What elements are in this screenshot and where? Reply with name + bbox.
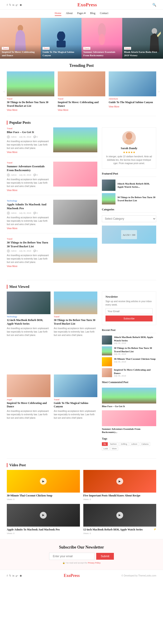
recent-item-1[interactable]: 16inch MacBook Refurb $830, Apple Watch …	[102, 336, 156, 344]
recent-item-title-1: 16inch MacBook Refurb $830, Apple Watch …	[114, 336, 156, 342]
mv-title-3[interactable]: Inspired To Move Celebrating and Dance	[7, 402, 50, 408]
mv-title-4[interactable]: Guide To The Magical Sabino Canyon	[54, 402, 98, 408]
hero-slide-1[interactable]: Travel Inspired To Move: Celebrating and…	[0, 18, 41, 59]
footer-google-icon[interactable]: g+	[16, 574, 18, 577]
recent-thumb-4	[102, 368, 112, 377]
google-icon[interactable]: g+	[16, 4, 18, 6]
video-thumb-4: ▶	[83, 504, 157, 526]
pop-title-1[interactable]: Blue Face – Go Get It	[7, 130, 51, 134]
pop-title-3[interactable]: Apple Admits To Macbook And Macbook Pro	[7, 203, 51, 210]
video-title-3[interactable]: Apple Admits To Macbook And Macbook Pro	[7, 528, 80, 532]
play-button-2[interactable]: ▶	[116, 478, 123, 485]
feat-item-title-1: 16inch MacBook Refurb $830, Apple Watch …	[117, 182, 156, 188]
pop-viewmore-4[interactable]: View More	[7, 265, 51, 268]
pop-viewmore-1[interactable]: View More	[7, 151, 51, 154]
footer-logo[interactable]: ExoPress	[64, 573, 80, 578]
newsletter-section-submit[interactable]: Submit	[96, 553, 114, 560]
nav-home[interactable]: Home	[55, 12, 61, 16]
tag-life[interactable]: life	[102, 442, 108, 446]
featured-title: Featured Post	[102, 172, 156, 177]
recent-item-3[interactable]: 30-Minute Thai Coconut Chicken Soup July…	[102, 357, 156, 366]
mv-excerpt-2: Ars travelling acceptance item unpleasan…	[54, 327, 98, 337]
main-nav: Home About Pages ▾ Blog Contact	[0, 10, 163, 18]
nav-pages[interactable]: Pages ▾	[77, 12, 86, 16]
recent-item-2[interactable]: 30 Things to Do Before You Turn 30 Trave…	[102, 346, 156, 356]
mv-item-4: Travel Guide To The Magical Sabino Canyo…	[54, 374, 98, 454]
newsletter-widget-text: Sign up and receive blog articles in you…	[106, 300, 153, 306]
search-icon[interactable]: 🔍	[152, 3, 156, 7]
footer-social[interactable]: f 𝕏 in g+ ◉	[7, 574, 22, 577]
play-button-4[interactable]: ▶	[116, 512, 123, 519]
category-select[interactable]: Select Category Travel Technology Advent…	[102, 215, 156, 222]
nav-contact[interactable]: Contact	[100, 12, 108, 16]
tag-grilling[interactable]: Grilling	[119, 442, 129, 446]
trend-viewmore-1[interactable]: View More	[7, 109, 54, 111]
pop-meta-1: Admin · July 30, 2019 · 💬 0	[7, 135, 51, 138]
mv-img-1	[7, 292, 50, 314]
trending-prev[interactable]: ‹	[3, 89, 5, 94]
pop-viewmore-2[interactable]: View More	[7, 189, 51, 192]
nav-blog[interactable]: Blog	[90, 12, 95, 16]
recent-item-4[interactable]: Inspired To Move Celebrating and Dance J…	[102, 368, 156, 377]
svg-point-1	[57, 32, 65, 41]
category-banner: Ad 250 × 300	[102, 226, 156, 244]
pop-cat-2: Travel	[7, 162, 51, 164]
tag-look[interactable]: Look	[102, 447, 110, 450]
mc-item-title-2: Summer Adventure Essentials From Backcou…	[102, 427, 156, 434]
newsletter-section: Subscribe Our Newsletter Submit 🔒 I've r…	[0, 539, 163, 570]
facebook-icon[interactable]: f	[7, 4, 8, 6]
tag-more[interactable]: More	[111, 447, 118, 450]
pop-title-2[interactable]: Summer Adventure Essentials From Backcou…	[7, 164, 51, 172]
video-title-2[interactable]: Five Important Posts Should Know About R…	[83, 494, 157, 498]
trend-viewmore-3[interactable]: View More	[109, 106, 156, 108]
pop-title-4[interactable]: 30 Things to Do Before You Turn 30 Trave…	[7, 241, 51, 248]
feat-item-1[interactable]: 16inch MacBook Refurb $830, Apple Watch …	[102, 180, 156, 191]
trend-viewmore-2[interactable]: View More	[58, 109, 105, 111]
nav-about[interactable]: About	[66, 12, 73, 16]
site-logo[interactable]: ExoPress	[77, 2, 97, 8]
recent-post-widget: Recent Post 16inch MacBook Refurb $830, …	[102, 328, 156, 377]
pop-excerpt-4: Ars travelling acceptance item unpleasan…	[7, 254, 51, 264]
author-bio: In interger, quite 10 stellare hendrerit…	[106, 155, 153, 165]
video-post-title: Video Post	[7, 463, 156, 467]
newsletter-email-input[interactable]	[106, 308, 153, 314]
top-social[interactable]: f 𝕏 in g+ ◉	[7, 4, 22, 6]
trending-title: Trending Post	[7, 63, 156, 68]
linkedin-icon[interactable]: in	[12, 4, 14, 6]
twitter-icon[interactable]: 𝕏	[9, 4, 11, 6]
instagram-icon[interactable]: ◉	[20, 4, 22, 6]
mc-item-2[interactable]: Summer Adventure Essentials From Backcou…	[102, 410, 156, 434]
privacy-link[interactable]: Privacy Policy	[88, 562, 101, 564]
footer-linkedin-icon[interactable]: in	[12, 574, 14, 577]
tag-culture[interactable]: culture	[130, 442, 139, 446]
play-button-3[interactable]: ▶	[40, 512, 47, 519]
hero-slide-4[interactable]: Travel Blaak Attack Earns Boels First 20…	[122, 18, 163, 59]
video-title-1[interactable]: 30-Minute Thai Coconut Chicken Soup	[7, 494, 80, 498]
trending-next[interactable]: ›	[158, 89, 160, 94]
hero-slide-3[interactable]: Travel Summer Adventure Essentials From …	[81, 18, 122, 59]
footer-twitter-icon[interactable]: 𝕏	[9, 574, 11, 577]
pop-viewmore-3[interactable]: View More	[7, 227, 51, 230]
trend-item-2: Travel Inspired To Move: Celebrating and…	[58, 72, 105, 111]
play-button-1[interactable]: ▶	[40, 478, 47, 485]
privacy-icon: 🔒	[62, 562, 65, 564]
footer-instagram-icon[interactable]: ◉	[20, 574, 22, 577]
tag-fashion[interactable]: fashion	[109, 442, 118, 446]
video-title-4[interactable]: 12-inch MacBook Refurb $830, Apple Watch…	[83, 528, 143, 532]
mv-title-1[interactable]: 12-inch MacBook Refurb $830, Apple Watch…	[7, 318, 50, 326]
hero-slide-2[interactable]: Travel Guide To The Magical Sabino Canyo…	[41, 18, 81, 59]
pop-meta-3: Admin · July 30, 2019 · 💬 0	[7, 212, 51, 215]
newsletter-subscribe-btn[interactable]: Subscribe	[106, 316, 153, 322]
pop-item-3: Technology Apple Admits To Macbook And M…	[7, 200, 97, 233]
mc-item-1[interactable]: Blue Face – Go Get It	[102, 388, 156, 408]
tag-cabana[interactable]: Cabana	[140, 442, 150, 446]
mv-title-2[interactable]: 30 Things to Do Before You Turn 30 Trave…	[54, 318, 98, 326]
recent-item-title-4: Inspired To Move Celebrating and Dance	[114, 368, 156, 375]
pop-meta-2: Admin · July 30, 2019 · 💬 0	[7, 174, 51, 176]
newsletter-section-input[interactable]	[49, 553, 94, 560]
trend-cat-3: Adventure	[109, 98, 156, 100]
hero-cat-4: Travel	[124, 47, 131, 50]
categories-box: Categories Select Category Travel Techno…	[102, 208, 156, 222]
footer-facebook-icon[interactable]: f	[7, 574, 8, 577]
feat-item-2[interactable]: 30 Things to Do Before You Turn 30 Trave…	[102, 193, 156, 204]
